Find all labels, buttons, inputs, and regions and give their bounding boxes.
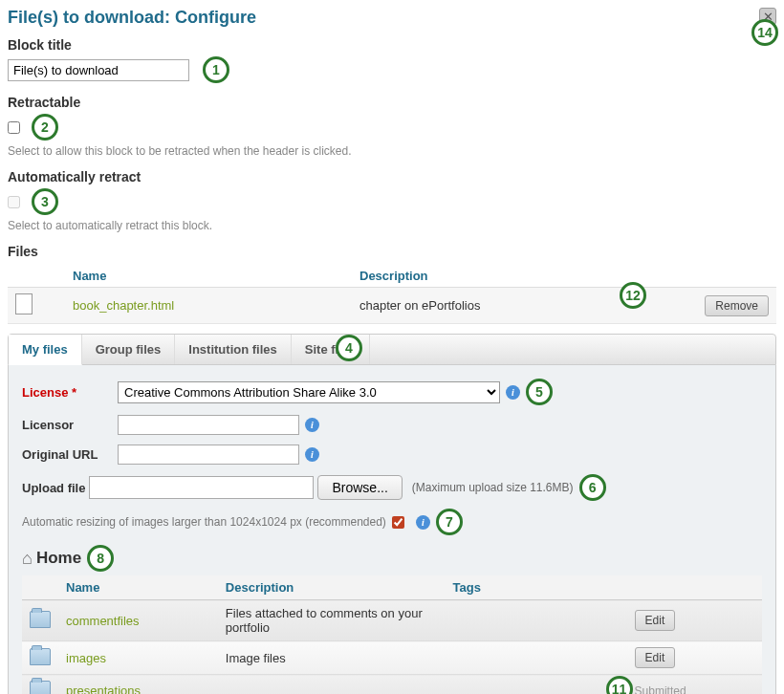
annotation-8: 8 (87, 545, 114, 572)
edit-button[interactable]: Edit (635, 610, 676, 631)
remove-file-button[interactable]: Remove (705, 295, 769, 316)
licensor-input[interactable] (118, 415, 299, 435)
col-tags: Tags (446, 575, 627, 600)
folder-icon (30, 648, 51, 665)
item-link[interactable]: presentations (66, 683, 141, 694)
license-label: License * (22, 385, 118, 400)
annotation-2: 2 (32, 114, 58, 141)
selected-files-table: Name Description book_chapter.html chapt… (8, 265, 776, 324)
block-title-label: Block title (8, 37, 776, 53)
breadcrumb-home[interactable]: Home (36, 549, 81, 568)
file-icon (15, 293, 33, 314)
browse-button[interactable]: Browse... (317, 475, 402, 500)
annotation-11: 11 (606, 676, 633, 694)
upload-size-note: (Maximum upload size 11.6MB) (412, 481, 574, 494)
files-label: Files (8, 244, 776, 259)
item-description (218, 675, 446, 695)
auto-retract-checkbox[interactable] (8, 196, 20, 208)
annotation-6: 6 (579, 474, 606, 501)
annotation-1: 1 (203, 56, 229, 83)
file-browser-table: Name Description Tags commentfiles Files… (22, 575, 762, 694)
original-url-input[interactable] (118, 445, 299, 465)
annotation-4: 4 (336, 335, 362, 361)
item-description: Image files (218, 641, 446, 675)
tab-institution-files[interactable]: Institution files (175, 335, 291, 364)
item-description: Files attached to comments on your portf… (218, 600, 446, 641)
retractable-label: Retractable (8, 95, 776, 110)
tab-group-files[interactable]: Group files (82, 335, 176, 364)
info-icon[interactable]: i (416, 515, 430, 530)
col-description: Description (218, 575, 446, 600)
info-icon[interactable]: i (305, 447, 319, 462)
file-tabs: My files Group files Institution files S… (8, 334, 776, 365)
item-tags (446, 641, 627, 675)
folder-icon (30, 681, 51, 694)
col-name: Name (65, 265, 352, 288)
retractable-checkbox[interactable] (8, 121, 20, 134)
col-description: Description (352, 265, 642, 288)
upload-label: Upload file (22, 481, 85, 495)
item-link[interactable]: images (66, 651, 106, 665)
home-icon: ⌂ (22, 549, 33, 569)
annotation-3: 3 (32, 188, 58, 215)
license-select[interactable]: Creative Commons Attribution Share Alike… (118, 381, 500, 403)
upload-file-input[interactable] (89, 476, 314, 499)
tab-my-files[interactable]: My files (9, 335, 82, 365)
col-name: Name (58, 575, 218, 600)
annotation-7: 7 (436, 509, 463, 535)
info-icon[interactable]: i (506, 385, 520, 400)
submitted-label: Submitted (635, 684, 686, 694)
auto-resize-checkbox[interactable] (392, 516, 404, 529)
item-link[interactable]: commentfiles (66, 614, 140, 628)
file-description: chapter on ePortfolios (352, 288, 642, 324)
annotation-12: 12 (620, 282, 646, 309)
auto-retract-help: Select to automatically retract this blo… (8, 219, 776, 232)
item-tags (446, 600, 627, 641)
folder-icon (30, 611, 51, 628)
licensor-label: Licensor (22, 418, 118, 432)
auto-retract-label: Automatically retract (8, 169, 776, 184)
file-link[interactable]: book_chapter.html (73, 298, 174, 313)
annotation-5: 5 (526, 379, 553, 405)
item-tags (446, 675, 627, 695)
original-url-label: Original URL (22, 447, 118, 462)
page-title: File(s) to download: Configure (8, 8, 256, 28)
block-title-input[interactable] (8, 59, 189, 81)
retractable-help: Select to allow this block to be retract… (8, 144, 776, 158)
resize-note: Automatic resizing of images larger than… (22, 515, 386, 529)
info-icon[interactable]: i (305, 418, 319, 432)
edit-button[interactable]: Edit (635, 647, 676, 668)
